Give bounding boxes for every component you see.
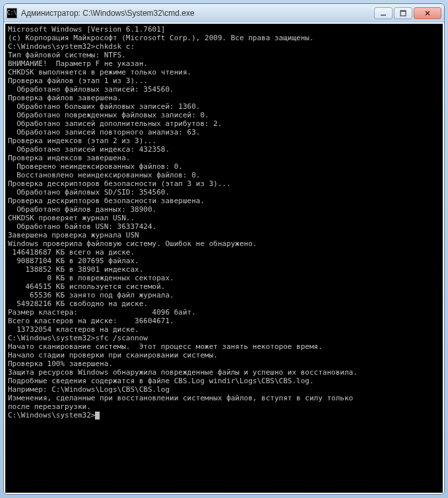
console-line: 464515 КБ используется системой.	[8, 282, 440, 291]
console-line: Проверка файлов (этап 1 из 3)...	[8, 77, 440, 85]
console-line: Обработано записей индекса: 432358.	[8, 145, 440, 154]
console-line: ВНИМАНИЕ! Параметр F не указан.	[8, 59, 440, 68]
close-icon	[424, 10, 431, 16]
minimize-icon	[380, 10, 387, 16]
console-line: Завершена проверка журнала USN	[8, 231, 440, 239]
console-line: Например: C:\Windows\Logs\CBS\CBS.log	[8, 385, 440, 394]
console-line: 90887104 КБ в 207695 файлах.	[8, 257, 440, 265]
console-line: Проверка 100% завершена.	[8, 359, 440, 368]
console-line: Проверено неиндексированных файлов: 0.	[8, 162, 440, 171]
console-line: Обработано больших файловых записей: 136…	[8, 102, 440, 111]
console-line: Обработано записей повторного анализа: 6…	[8, 128, 440, 137]
console-line: CHKDSK проверяет журнал USN..	[8, 214, 440, 222]
console-line: Проверка файлов завершена.	[8, 94, 440, 102]
console-line: Обработано файлов данных: 38900.	[8, 205, 440, 214]
console-line: Windows проверила файловую систему. Ошиб…	[8, 239, 440, 248]
console-line: Размер кластера: 4096 байт.	[8, 308, 440, 317]
console-output[interactable]: Microsoft Windows [Version 6.1.7601](c) …	[5, 24, 443, 493]
close-button[interactable]	[414, 7, 441, 19]
cmd-icon: C:\	[7, 8, 17, 18]
minimize-button[interactable]	[374, 7, 393, 19]
console-line: Изменения, сделанные при восстановлении …	[8, 394, 440, 402]
console-line: Обработано файловых записей: 354560.	[8, 85, 440, 94]
console-line: 146418687 КБ всего на диске.	[8, 248, 440, 257]
console-line: 65536 КБ занято под файл журнала.	[8, 291, 440, 299]
cursor	[95, 412, 100, 420]
console-line: Подробные сведения содержатся в файле CB…	[8, 377, 440, 385]
console-line: Обработано файловых SD/SID: 354560.	[8, 188, 440, 197]
console-line: 13732054 кластеров на диске.	[8, 325, 440, 334]
console-line: 0 КБ в поврежденных секторах.	[8, 274, 440, 282]
console-line: Проверка индексов (этап 2 из 3)...	[8, 137, 440, 145]
console-line: C:\Windows\system32>sfc /scannow	[8, 334, 440, 342]
console-line: Проверка индексов завершена.	[8, 154, 440, 162]
maximize-button[interactable]	[394, 7, 412, 19]
console-area: Microsoft Windows [Version 6.1.7601](c) …	[4, 22, 444, 494]
console-line: (c) Корпорация Майкрософт (Microsoft Cor…	[8, 34, 440, 42]
maximize-icon	[400, 10, 406, 16]
console-line: Обработано байтов USN: 36337424.	[8, 222, 440, 231]
console-line: C:\Windows\system32>	[8, 411, 440, 420]
console-line: Начато сканирование системы. Этот процес…	[8, 342, 440, 351]
titlebar[interactable]: C:\ Администратор: C:\Windows\System32\c…	[4, 4, 444, 22]
console-line: Всего кластеров на диске: 36604671.	[8, 317, 440, 325]
console-line: Тип файловой системы: NTFS.	[8, 51, 440, 59]
console-line: 54928216 КБ свободно на диске.	[8, 299, 440, 308]
window-controls	[374, 7, 441, 19]
console-line: Проверка дескрипторов безопасности (этап…	[8, 179, 440, 188]
console-line: 138852 КБ в 38901 индексах.	[8, 265, 440, 274]
console-line: CHKDSK выполняется в режиме только чтени…	[8, 68, 440, 77]
console-line: Восстановлено неиндексированных файлов: …	[8, 171, 440, 179]
console-line: Microsoft Windows [Version 6.1.7601]	[8, 25, 440, 34]
window-title: Администратор: C:\Windows\System32\cmd.e…	[21, 9, 374, 18]
console-line: Защита ресурсов Windows обнаружила повре…	[8, 368, 440, 377]
console-line: Обработано записей дополнительных атрибу…	[8, 119, 440, 128]
console-line: после перезагрузки.	[8, 402, 440, 411]
console-line: Начало стадии проверки при сканировании …	[8, 351, 440, 359]
console-line: Проверка дескрипторов безопасности завер…	[8, 197, 440, 205]
console-line: Обработано поврежденных файловых записей…	[8, 111, 440, 119]
cmd-window: C:\ Администратор: C:\Windows\System32\c…	[3, 3, 445, 495]
console-line: C:\Windows\system32>chkdsk c:	[8, 42, 440, 51]
